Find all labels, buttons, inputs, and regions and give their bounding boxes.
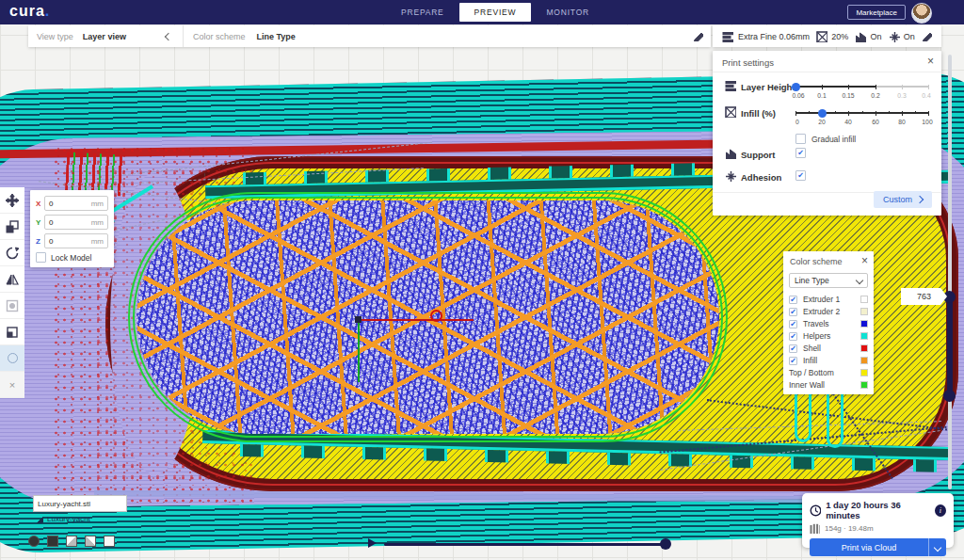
inner-wall-oval (128, 192, 728, 442)
per-model-settings-icon (6, 299, 19, 312)
legend-row-extruder1: Extruder 1 (789, 294, 868, 305)
panel-title: Print settings (722, 57, 774, 68)
tab-preview[interactable]: PREVIEW (459, 3, 532, 22)
line-type-select[interactable]: Line Type (789, 273, 868, 288)
view-3d-icon[interactable] (28, 536, 40, 547)
move-icon (6, 194, 19, 207)
edit-pencil-icon (35, 515, 43, 523)
toolbar-extra-button[interactable] (0, 345, 24, 372)
view-type-value[interactable]: Layer view (83, 32, 126, 41)
view-top-icon[interactable] (66, 536, 77, 547)
view-front-icon[interactable] (47, 536, 58, 547)
cura-logo: cura. (9, 3, 50, 20)
gradual-infill-checkbox[interactable] (795, 134, 806, 144)
print-options-dropdown[interactable] (928, 538, 946, 556)
timeline-scrubber[interactable] (384, 543, 669, 546)
adhesion-checkbox[interactable] (795, 170, 806, 181)
legend-checkbox[interactable] (789, 308, 797, 316)
left-toolbar: × (0, 187, 24, 398)
close-icon[interactable]: × (927, 56, 934, 66)
infill-area (137, 200, 719, 434)
support-summary: On (855, 31, 881, 42)
scale-tool-button[interactable] (0, 214, 24, 240)
custom-settings-button[interactable]: Custom (874, 191, 932, 208)
edit-pencil-icon[interactable] (922, 31, 932, 41)
layer-slider-track[interactable] (948, 55, 952, 489)
legend-checkbox[interactable] (789, 344, 797, 353)
legend-checkbox[interactable] (789, 296, 797, 304)
scrubber-handle[interactable] (660, 538, 671, 550)
edit-pencil-icon[interactable] (693, 31, 703, 41)
color-scheme-label: Color scheme (193, 32, 246, 41)
divider (713, 72, 941, 72)
infill-icon (816, 31, 827, 42)
duration-row: 1 day 20 hours 36 minutes i (802, 493, 954, 520)
y-position-input[interactable]: 0 mm (44, 215, 108, 230)
color-swatch (860, 296, 868, 303)
stage-tabs: PREPARE PREVIEW MONITOR (386, 3, 604, 22)
print-settings-summary[interactable]: Extra Fine 0.06mm 20% On On (713, 25, 941, 47)
lock-model-row: Lock Model (36, 252, 108, 263)
tab-monitor[interactable]: MONITOR (531, 3, 604, 22)
adhesion-label: Adhesion (741, 172, 781, 183)
layer-slider-handle-bottom[interactable] (943, 390, 956, 402)
adhesion-icon (725, 170, 736, 182)
layer-height-handle[interactable] (792, 83, 800, 91)
tab-prepare[interactable]: PREPARE (386, 3, 459, 22)
support-blocker-button[interactable] (0, 319, 24, 345)
clock-icon (810, 504, 821, 517)
infill-triangle-grid (137, 200, 719, 434)
gradual-infill-row: Gradual infill (795, 134, 856, 144)
color-scheme-value[interactable]: Line Type (256, 32, 295, 41)
x-position-input[interactable]: 0 mm (44, 196, 108, 211)
user-avatar[interactable] (911, 3, 932, 24)
profile-summary: Extra Fine 0.06mm (722, 31, 810, 42)
legend-checkbox[interactable] (789, 332, 797, 341)
layers-icon (722, 31, 733, 42)
gizmo-origin (355, 316, 362, 323)
layer-value-badge: 763 (901, 288, 947, 305)
z-position-input[interactable]: 0 mm (44, 233, 108, 248)
layer-slider-range[interactable] (947, 296, 953, 396)
support-label: Support (741, 150, 775, 160)
chevron-left-icon[interactable] (165, 32, 172, 40)
print-settings-panel: Print settings × Layer Height 0.06 0.1 0… (713, 51, 941, 216)
lock-model-checkbox[interactable] (36, 252, 46, 263)
layer-height-slider[interactable]: 0.06 0.1 0.15 0.2 0.3 0.4 (795, 86, 929, 99)
move-tool-button[interactable] (0, 187, 24, 214)
infill-icon (725, 106, 736, 118)
view-right-icon[interactable] (104, 536, 115, 547)
rotate-tool-button[interactable] (0, 240, 24, 266)
object-list-item[interactable]: Luxury-yacht (35, 515, 90, 523)
legend-row-extruder2: Extruder 2 (789, 306, 868, 317)
marketplace-button[interactable]: Marketplace (847, 5, 906, 20)
material-icon (810, 523, 820, 534)
play-button[interactable] (368, 538, 377, 548)
z-position-row: Z 0 mm (36, 233, 108, 248)
toolbar-close-button[interactable]: × (0, 372, 24, 398)
infill-summary: 20% (816, 31, 848, 42)
chevron-down-icon (934, 543, 941, 551)
color-swatch (860, 344, 868, 352)
gizmo-y-axis (358, 320, 360, 382)
color-swatch (860, 320, 868, 328)
circle-icon (8, 353, 18, 363)
model-name-input[interactable]: Luxury-yacht.stl (33, 495, 127, 512)
color-scheme-panel: Color scheme × Line Type Extruder 1 Extr… (783, 251, 874, 394)
view-type-label: View type (37, 32, 73, 41)
legend-checkbox[interactable] (789, 357, 797, 365)
color-swatch (860, 332, 868, 340)
info-icon[interactable]: i (935, 504, 946, 517)
support-checkbox[interactable] (795, 148, 806, 158)
view-left-icon[interactable] (85, 536, 96, 547)
layer-height-label: Layer Height (741, 82, 795, 92)
view-options-bar: View type Layer view Color scheme Line T… (28, 25, 711, 47)
close-icon[interactable]: × (861, 256, 868, 265)
lock-model-label: Lock Model (51, 253, 91, 263)
infill-handle[interactable] (818, 109, 827, 118)
print-via-cloud-button[interactable]: Print via Cloud (810, 538, 946, 556)
per-model-settings-button[interactable] (0, 293, 24, 319)
infill-slider[interactable]: 0 20 40 60 80 100 (795, 112, 929, 125)
legend-checkbox[interactable] (789, 320, 797, 328)
mirror-tool-button[interactable] (0, 266, 24, 293)
